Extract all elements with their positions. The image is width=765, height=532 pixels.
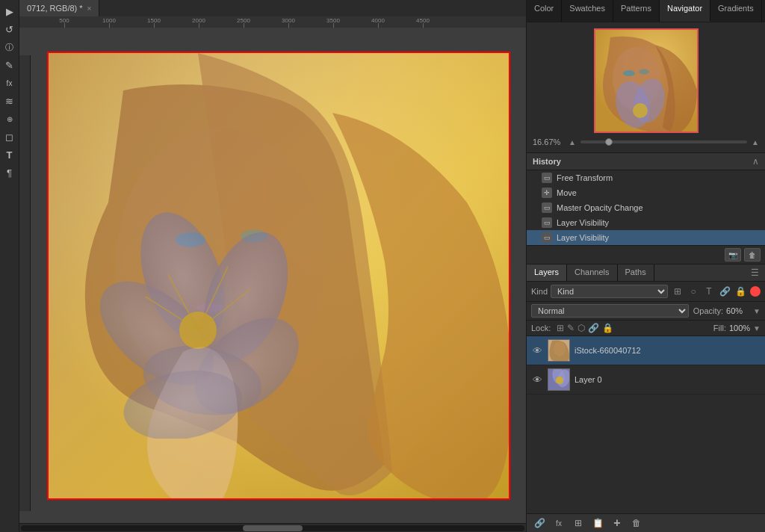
fx-tool[interactable]: fx: [1, 75, 18, 91]
lock-draw-icon[interactable]: ✎: [567, 323, 574, 333]
history-item-icon-2: ▭: [542, 202, 552, 213]
text-tool[interactable]: T: [1, 146, 18, 163]
navigator-panel: 16.67% ▲ ▲: [527, 22, 765, 153]
filter-type-icon[interactable]: T: [702, 285, 716, 298]
fill-label: Fill:: [713, 324, 726, 332]
layer-visibility-0[interactable]: 👁: [531, 344, 543, 356]
tab-channels[interactable]: Channels: [567, 265, 617, 281]
left-toolbar: ▶ ↺ ⓘ ✎ fx ≋ ⊕ ◻ T ¶: [0, 0, 19, 532]
adjustment-tool[interactable]: ≋: [1, 93, 18, 109]
zoom-triangle-left[interactable]: ▲: [569, 138, 576, 146]
layer-thumbnail-0: [548, 339, 570, 362]
filter-kind-select[interactable]: Kind Name Effect Mode: [551, 285, 668, 298]
history-item-label-4: Layer Visibility: [557, 233, 609, 242]
canvas-wrapper: [19, 28, 526, 523]
layers-panel: Layers Channels Paths ☰ Kind Kind Name E…: [527, 265, 765, 532]
canvas-image[interactable]: [47, 52, 510, 500]
scrollbar-track-h: [21, 525, 524, 531]
tab-layers[interactable]: Layers: [527, 265, 567, 281]
tab-patterns[interactable]: Patterns: [613, 0, 660, 22]
history-panel-title: History: [533, 157, 561, 166]
tab-navigator[interactable]: Navigator: [660, 0, 710, 22]
zoom-triangle-right[interactable]: ▲: [752, 138, 759, 146]
zoom-slider[interactable]: [580, 140, 747, 143]
link-layers-button[interactable]: 🔗: [531, 516, 548, 530]
add-mask-button[interactable]: ⊞: [570, 516, 586, 530]
lock-position-icon[interactable]: ⬡: [577, 323, 585, 333]
tab-gradients[interactable]: Gradients: [710, 0, 762, 22]
layer-item-1[interactable]: 👁 Layer 0: [527, 365, 765, 395]
lock-all-icon[interactable]: 🔒: [602, 323, 613, 333]
filter-pixel-icon[interactable]: ⊞: [671, 285, 684, 298]
opacity-arrow-icon[interactable]: ▼: [753, 307, 761, 315]
history-item-label-1: Move: [557, 188, 577, 197]
history-item-icon-4: ▭: [542, 232, 552, 243]
history-panel-header[interactable]: History ∧: [527, 153, 765, 170]
delete-history-button[interactable]: 🗑: [744, 248, 761, 262]
blend-mode-row: Normal Dissolve Multiply Screen Overlay …: [527, 302, 765, 321]
layer-visibility-1[interactable]: 👁: [531, 374, 543, 386]
layer-thumbnail-1: [548, 368, 570, 391]
history-item-opacity[interactable]: ▭ Master Opacity Change: [527, 200, 765, 215]
filter-toggle-button[interactable]: [750, 286, 761, 297]
history-collapse-icon[interactable]: ∧: [752, 156, 759, 167]
opacity-value[interactable]: 60%: [726, 306, 750, 315]
history-item-icon-0: ▭: [542, 173, 552, 183]
history-item-visibility-1[interactable]: ▭ Layer Visibility: [527, 215, 765, 230]
lock-artboard-icon[interactable]: 🔗: [588, 323, 599, 333]
history-tool[interactable]: ↺: [1, 21, 18, 37]
fill-row: Fill: 100% ▼: [713, 324, 761, 332]
move-tool[interactable]: ▶: [1, 3, 18, 19]
tab-color[interactable]: Color: [527, 0, 562, 22]
navigator-preview: [594, 28, 699, 133]
layer-name-1: Layer 0: [574, 375, 761, 384]
info-tool[interactable]: ⓘ: [1, 39, 18, 55]
svg-point-21: [633, 103, 648, 118]
history-item-free-transform[interactable]: ▭ Free Transform: [527, 170, 765, 185]
document-tab[interactable]: 0712, RGB/8) * ×: [19, 0, 99, 16]
zoom-slider-thumb[interactable]: [605, 138, 613, 146]
brush-tool[interactable]: ✎: [1, 57, 18, 73]
create-layer-button[interactable]: +: [609, 516, 625, 530]
tab-close-button[interactable]: ×: [87, 4, 92, 13]
scrollbar-thumb-h[interactable]: [243, 525, 303, 531]
horizontal-scrollbar[interactable]: [19, 523, 526, 532]
history-item-icon-1: ✛: [542, 188, 552, 198]
tab-label: 0712, RGB/8) *: [27, 4, 83, 13]
create-snapshot-button[interactable]: 📷: [725, 248, 741, 262]
navigator-preview-svg: [595, 30, 697, 132]
filter-adjustment-icon[interactable]: ○: [687, 285, 700, 298]
svg-point-27: [556, 377, 563, 384]
panel-menu-button[interactable]: ☰: [762, 0, 765, 22]
filter-smart-icon[interactable]: 🔒: [734, 285, 747, 298]
layer-add-tool[interactable]: ⊕: [1, 111, 18, 127]
right-panel: Color Swatches Patterns Navigator Gradie…: [526, 0, 765, 532]
fill-value[interactable]: 100%: [729, 324, 750, 332]
tab-bar: 0712, RGB/8) * ×: [19, 0, 526, 16]
history-item-label-3: Layer Visibility: [557, 218, 609, 227]
history-item-icon-3: ▭: [542, 217, 552, 228]
create-group-button[interactable]: 📋: [589, 516, 606, 530]
add-layer-style-button[interactable]: fx: [551, 516, 567, 530]
lock-label: Lock:: [531, 324, 551, 332]
history-item-visibility-2[interactable]: ▭ Layer Visibility: [527, 230, 765, 245]
tab-paths[interactable]: Paths: [618, 265, 654, 281]
layers-panel-menu-button[interactable]: ☰: [745, 265, 765, 281]
filter-shape-icon[interactable]: 🔗: [718, 285, 731, 298]
filter-icons-group: ⊞ ○ T 🔗 🔒: [671, 285, 747, 298]
history-item-move[interactable]: ✛ Move: [527, 185, 765, 200]
layer-item-0[interactable]: 👁 iStock-660040712: [527, 336, 765, 365]
lock-row: Lock: ⊞ ✎ ⬡ 🔗 🔒 Fill: 100% ▼: [527, 321, 765, 336]
canvas-scroll-area[interactable]: [31, 28, 526, 523]
shape-tool[interactable]: ◻: [1, 129, 18, 145]
blend-mode-select[interactable]: Normal Dissolve Multiply Screen Overlay: [531, 304, 689, 318]
vertical-ruler: [19, 55, 31, 511]
horizontal-ruler: 500 1000 1500 2000 2500 3000 3500 4000 4…: [19, 16, 526, 28]
delete-layer-button[interactable]: 🗑: [628, 516, 645, 530]
history-item-label-0: Free Transform: [557, 173, 613, 182]
paragraph-tool[interactable]: ¶: [1, 164, 18, 181]
history-actions-bar: 📷 🗑: [527, 245, 765, 264]
lock-pixel-icon[interactable]: ⊞: [557, 323, 564, 333]
tab-swatches[interactable]: Swatches: [562, 0, 613, 22]
fill-arrow-icon[interactable]: ▼: [753, 324, 761, 332]
